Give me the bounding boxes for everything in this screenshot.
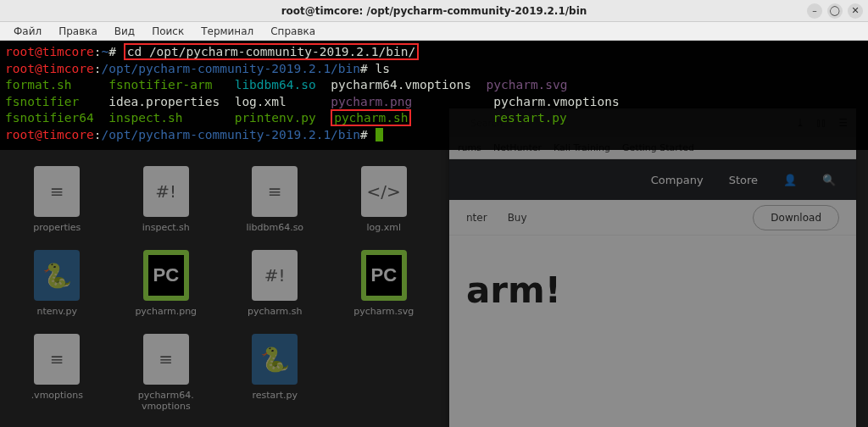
- ls-file: idea.properties: [108, 95, 220, 108]
- ls-file: pycharm.vmoptions: [493, 95, 619, 108]
- file-label: restart.py: [252, 390, 298, 401]
- file-label: libdbm64.so: [246, 222, 303, 233]
- minimize-button[interactable]: –: [807, 3, 822, 19]
- file-item[interactable]: #!pycharm.sh: [225, 250, 326, 317]
- prompt-hash: #: [360, 62, 375, 75]
- ls-file: printenv.py: [235, 111, 316, 125]
- file-label: pycharm.sh: [248, 306, 303, 317]
- file-item[interactable]: </>log.xml: [334, 166, 435, 233]
- ls-file: inspect.sh: [108, 111, 182, 125]
- file-label: pycharm.png: [135, 306, 197, 317]
- file-label: .vmoptions: [31, 390, 83, 401]
- search-icon[interactable]: 🔍: [822, 174, 836, 186]
- window-controls: – ◯ ✕: [807, 3, 863, 19]
- text-file-icon: ≡: [143, 334, 189, 385]
- text-file-icon: ≡: [252, 166, 298, 217]
- file-item[interactable]: PCpycharm.png: [116, 250, 217, 317]
- prompt-path-home: ~: [102, 45, 109, 58]
- script-icon: #!: [252, 250, 298, 301]
- file-label: properties: [33, 222, 81, 233]
- file-item[interactable]: #!inspect.sh: [116, 166, 217, 233]
- ls-file: libdbm64.so: [235, 78, 316, 92]
- close-button[interactable]: ✕: [848, 3, 863, 19]
- menu-file[interactable]: Файл: [7, 24, 48, 39]
- file-manager-grid: ≡properties #!inspect.sh ≡libdbm64.so </…: [0, 159, 441, 419]
- file-label: pycharm64. vmoptions: [116, 390, 217, 412]
- highlight-pycharm-sh: pycharm.sh: [331, 109, 411, 126]
- code-file-icon: </>: [361, 166, 407, 217]
- menu-help[interactable]: Справка: [264, 24, 322, 39]
- window-title: root@timcore: /opt/pycharm-community-201…: [281, 5, 587, 17]
- file-item[interactable]: 🐍ntenv.py: [7, 250, 108, 317]
- pycharm-png-icon: PC: [143, 250, 189, 301]
- ls-file: fsnotifier64: [5, 111, 94, 125]
- ls-file: log.xml: [235, 95, 287, 108]
- file-label: ntenv.py: [36, 306, 77, 317]
- ls-file: fsnotifier: [5, 95, 79, 108]
- file-item[interactable]: 🐍restart.py: [225, 334, 326, 412]
- site-subnav: nter Buy Download: [449, 200, 856, 236]
- python-file-icon: 🐍: [34, 250, 80, 301]
- ls-file: pycharm.png: [331, 95, 412, 108]
- text-file-icon: ≡: [34, 166, 80, 217]
- window-titlebar: root@timcore: /opt/pycharm-community-201…: [0, 0, 868, 22]
- prompt-user: root@timcore: [5, 62, 94, 75]
- file-item[interactable]: PCpycharm.svg: [334, 250, 435, 317]
- terminal-cursor: [376, 128, 383, 141]
- prompt-path: /opt/pycharm-community-2019.2.1/bin: [102, 62, 361, 75]
- file-label: pycharm.svg: [353, 306, 414, 317]
- ls-file: pycharm.svg: [487, 78, 568, 92]
- menu-edit[interactable]: Правка: [52, 24, 104, 39]
- menu-search[interactable]: Поиск: [145, 24, 191, 39]
- file-label: inspect.sh: [142, 222, 190, 233]
- menu-terminal[interactable]: Терминал: [194, 24, 260, 39]
- file-item[interactable]: ≡properties: [7, 166, 108, 233]
- download-button[interactable]: Download: [753, 205, 839, 230]
- terminal-output[interactable]: root@timcore:~# cd /opt/pycharm-communit…: [0, 41, 868, 150]
- prompt-sep: :: [94, 45, 102, 58]
- python-file-icon: 🐍: [252, 334, 298, 385]
- file-item[interactable]: ≡libdbm64.so: [225, 166, 326, 233]
- pycharm-svg-icon: PC: [361, 250, 407, 301]
- site-nav-link[interactable]: Company: [651, 174, 704, 186]
- ls-file: restart.py: [493, 111, 567, 125]
- person-icon[interactable]: 👤: [783, 174, 797, 186]
- file-label: log.xml: [366, 222, 401, 233]
- subnav-link[interactable]: Buy: [508, 212, 527, 224]
- script-icon: #!: [143, 166, 189, 217]
- site-header: Company Store 👤 🔍: [449, 159, 856, 200]
- menu-view[interactable]: Вид: [108, 24, 142, 39]
- prompt-sep: :: [94, 128, 102, 141]
- prompt-hash: #: [360, 128, 375, 141]
- file-item[interactable]: ≡.vmoptions: [7, 334, 108, 412]
- prompt-user: root@timcore: [5, 128, 94, 141]
- site-headline: arm!: [449, 236, 856, 345]
- prompt-path: /opt/pycharm-community-2019.2.1/bin: [102, 128, 361, 141]
- subnav-link[interactable]: nter: [466, 212, 487, 224]
- menubar: Файл Правка Вид Поиск Терминал Справка: [0, 22, 868, 41]
- ls-file: fsnotifier-arm: [108, 78, 212, 92]
- file-item[interactable]: ≡pycharm64. vmoptions: [116, 334, 217, 412]
- browser-window: Search ⤓ ⫿⫿ ☰ rums NetHunter Kali Traini…: [449, 108, 856, 427]
- highlight-cmd-cd: cd /opt/pycharm-community-2019.2.1/bin/: [124, 43, 419, 60]
- ls-file: pycharm64.vmoptions: [331, 78, 471, 92]
- prompt-sep: :: [94, 62, 102, 75]
- cmd-ls: ls: [376, 62, 390, 75]
- site-nav-link[interactable]: Store: [729, 174, 758, 186]
- text-file-icon: ≡: [34, 334, 80, 385]
- ls-file: format.sh: [5, 78, 72, 92]
- maximize-button[interactable]: ◯: [827, 3, 843, 19]
- prompt-user: root@timcore: [5, 45, 94, 58]
- prompt-hash: #: [108, 45, 123, 58]
